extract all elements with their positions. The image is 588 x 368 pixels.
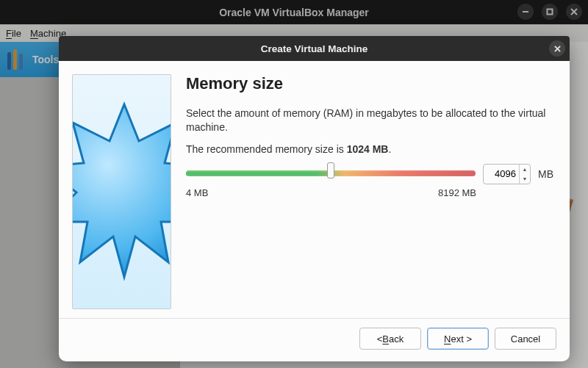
back-button[interactable]: < Back	[359, 328, 421, 350]
starburst-icon	[72, 93, 171, 306]
slider-max-label: 8192 MB	[438, 187, 476, 198]
minimize-button[interactable]	[517, 4, 534, 20]
memory-slider[interactable]	[186, 167, 476, 181]
slider-thumb[interactable]	[327, 162, 334, 178]
tools-icon	[6, 48, 28, 71]
memory-slider-row: ▲ ▼ MB	[186, 164, 553, 184]
cancel-button[interactable]: Cancel	[495, 328, 556, 350]
dialog-footer: < Back Next > Cancel	[59, 318, 570, 361]
svg-rect-0	[548, 10, 553, 15]
window-close-button[interactable]	[566, 4, 582, 20]
next-button[interactable]: Next >	[427, 328, 489, 350]
svg-rect-3	[19, 54, 23, 70]
recommended-text: The recommended memory size is 1024 MB.	[186, 143, 553, 155]
memory-spinbox[interactable]: ▲ ▼	[483, 164, 531, 184]
description-text: Select the amount of memory (RAM) in meg…	[186, 107, 553, 134]
spin-up-button[interactable]: ▲	[520, 165, 530, 174]
dialog-content: Memory size Select the amount of memory …	[186, 74, 553, 311]
slider-min-label: 4 MB	[186, 187, 208, 198]
maximize-button[interactable]	[542, 4, 558, 20]
unit-label: MB	[538, 168, 553, 180]
window-title: Oracle VM VirtualBox Manager	[219, 7, 369, 18]
svg-rect-1	[7, 52, 11, 70]
svg-marker-7	[72, 104, 171, 277]
window-controls	[517, 4, 582, 20]
dialog-body: Memory size Select the amount of memory …	[59, 61, 570, 318]
menu-file[interactable]: File	[6, 28, 21, 39]
dialog-titlebar: Create Virtual Machine	[59, 36, 570, 61]
dialog-title: Create Virtual Machine	[261, 43, 368, 54]
create-vm-dialog: Create Virtual Machine Memory size Selec…	[59, 36, 570, 361]
slider-range-labels: 4 MB 8192 MB	[186, 187, 553, 198]
dialog-close-button[interactable]	[549, 40, 565, 57]
memory-input[interactable]	[484, 168, 519, 179]
spin-down-button[interactable]: ▼	[520, 174, 530, 184]
tools-label: Tools	[32, 54, 59, 65]
wizard-graphic	[72, 74, 171, 309]
page-heading: Memory size	[186, 74, 553, 93]
svg-rect-2	[13, 49, 17, 70]
window-titlebar: Oracle VM VirtualBox Manager	[0, 0, 588, 24]
